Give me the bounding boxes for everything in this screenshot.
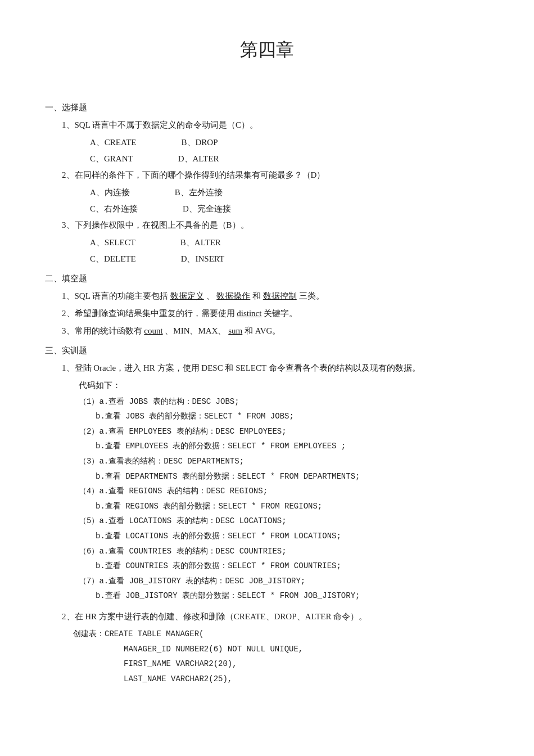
fill-item-2: 2、希望删除查询结果集中重复的行，需要使用 distinct 关键字。 [62, 306, 489, 321]
fill-1-sep1: 、 [204, 291, 217, 300]
code-item-1b: b.查看 JOBS 表的部分数据：SELECT * FROM JOBS; [96, 409, 489, 424]
code-item-7a: （7）a.查看 JOB_JISTORY 表的结构：DESC JOB_JISTOR… [79, 574, 489, 589]
code-item-2a: （2）a.查看 EMPLOYEES 表的结构：DESC EMPLOYEES; [79, 424, 489, 439]
q3-option-c: C、DELETE [90, 251, 136, 267]
fill-2-val: distinct [237, 309, 261, 318]
q1-option-b: B、DROP [182, 135, 218, 150]
practice-q2-intro: 2、在 HR 方案中进行表的创建、修改和删除（CREATE、DROP、ALTER… [62, 609, 489, 624]
q3-option-b: B、ALTER [180, 235, 221, 250]
q1-option-c: C、GRANT [90, 151, 133, 166]
section-practice: 三、实训题 1、登陆 Oracle，进入 HR 方案，使用 DESC 和 SEL… [45, 343, 489, 687]
fill-3-val2: sum [228, 326, 242, 335]
section2-label: 二、填空题 [45, 271, 489, 286]
section-fill-blank: 二、填空题 1、SQL 语言的功能主要包括 数据定义 、 数据操作 和 数据控制… [45, 271, 489, 339]
fill-1-val3: 数据控制 [263, 291, 297, 300]
code-item-3a: （3）a.查看表的结构：DESC DEPARTMENTS; [79, 454, 489, 469]
code-item-6b: b.查看 COUNTRIES 表的部分数据：SELECT * FROM COUN… [96, 559, 489, 574]
code-item-5b: b.查看 LOCATIONS 表的部分数据：SELECT * FROM LOCA… [96, 529, 489, 544]
fill-1-suffix: 三类。 [297, 291, 324, 300]
fill-3-val1: count [144, 326, 162, 335]
fill-item-1: 1、SQL 语言的功能主要包括 数据定义 、 数据操作 和 数据控制 三类。 [62, 289, 489, 304]
page-title: 第四章 [45, 34, 489, 66]
create-field-2: FIRST_NAME VARCHAR2(20), [124, 656, 489, 672]
fill-1-val2: 数据操作 [216, 291, 250, 300]
section-multiple-choice: 一、选择题 1、SQL 语言中不属于数据定义的命令动词是（C）。 A、CREAT… [45, 100, 489, 267]
fill-1-sep2: 和 [250, 291, 263, 300]
question-3: 3、下列操作权限中，在视图上不具备的是（B）。 [62, 218, 489, 233]
create-field-3: LAST_NAME VARCHAR2(25), [124, 672, 489, 687]
code-item-7b: b.查看 JOB_JISTORY 表的部分数据：SELECT * FROM JO… [96, 588, 489, 604]
create-table-block: 创建表：CREATE TABLE MANAGER( MANAGER_ID NUM… [73, 627, 489, 686]
code-item-4a: （4）a.查看 REGIONS 表的结构：DESC REGIONS; [79, 484, 489, 499]
code-item-3b: b.查看 DEPARTMENTS 表的部分数据：SELECT * FROM DE… [96, 469, 489, 484]
code-item-1a: （1）a.查看 JOBS 表的结构：DESC JOBS; [79, 394, 489, 410]
fill-3-suffix: 和 AVG。 [242, 326, 280, 335]
create-table-fields: MANAGER_ID NUMBER2(6) NOT NULL UNIQUE, F… [73, 642, 489, 687]
question-1-options-row1: A、CREATE B、DROP [90, 135, 489, 150]
question-2-text: 2、在同样的条件下，下面的哪个操作得到的结果集有可能最多？（D） [62, 170, 325, 179]
question-2-options-row1: A、内连接 B、左外连接 [90, 185, 489, 200]
question-1-options-row2: C、GRANT D、ALTER [90, 151, 489, 166]
practice-q1-intro: 1、登陆 Oracle，进入 HR 方案，使用 DESC 和 SELECT 命令… [62, 361, 489, 376]
q2-option-d: D、完全连接 [183, 201, 231, 217]
code-items: （1）a.查看 JOBS 表的结构：DESC JOBS; b.查看 JOBS 表… [79, 394, 489, 604]
question-2-options-row2: C、右外连接 D、完全连接 [90, 201, 489, 217]
q2-option-c: C、右外连接 [90, 201, 138, 217]
question-3-options-row2: C、DELETE D、INSERT [90, 251, 489, 267]
fill-2-prefix: 2、希望删除查询结果集中重复的行，需要使用 [62, 309, 237, 318]
question-3-text: 3、下列操作权限中，在视图上不具备的是（B）。 [62, 220, 249, 230]
fill-3-prefix: 3、常用的统计函数有 [62, 326, 144, 335]
code-label: 代码如下： [79, 378, 489, 393]
fill-2-suffix: 关键字。 [261, 309, 297, 318]
fill-1-val1: 数据定义 [170, 291, 204, 300]
q2-option-b: B、左外连接 [175, 185, 223, 200]
fill-item-3: 3、常用的统计函数有 count 、MIN、MAX、 sum 和 AVG。 [62, 323, 489, 339]
code-item-2b: b.查看 EMPLOYEES 表的部分数据：SELECT * FROM EMPL… [96, 439, 489, 454]
section3-label: 三、实训题 [45, 343, 489, 358]
fill-3-sep: 、MIN、MAX、 [163, 326, 229, 335]
q2-option-a: A、内连接 [90, 185, 130, 200]
section1-label: 一、选择题 [45, 100, 489, 115]
create-table-label: 创建表：CREATE TABLE MANAGER( [73, 627, 489, 642]
question-1-text: 1、SQL 语言中不属于数据定义的命令动词是（C）。 [62, 120, 258, 129]
question-3-options-row1: A、SELECT B、ALTER [90, 235, 489, 250]
q3-option-a: A、SELECT [90, 235, 135, 250]
q3-option-d: D、INSERT [181, 251, 224, 267]
q1-option-a: A、CREATE [90, 135, 137, 150]
code-item-4b: b.查看 REGIONS 表的部分数据：SELECT * FROM REGION… [96, 499, 489, 514]
code-item-6a: （6）a.查看 COUNTRIES 表的结构：DESC COUNTRIES; [79, 544, 489, 559]
create-field-1: MANAGER_ID NUMBER2(6) NOT NULL UNIQUE, [124, 642, 489, 657]
q1-option-d: D、ALTER [178, 151, 219, 166]
fill-1-prefix: 1、SQL 语言的功能主要包括 [62, 291, 170, 300]
question-2: 2、在同样的条件下，下面的哪个操作得到的结果集有可能最多？（D） [62, 168, 489, 183]
code-item-5a: （5）a.查看 LOCATIONS 表的结构：DESC LOCATIONS; [79, 514, 489, 529]
question-1: 1、SQL 语言中不属于数据定义的命令动词是（C）。 [62, 118, 489, 133]
